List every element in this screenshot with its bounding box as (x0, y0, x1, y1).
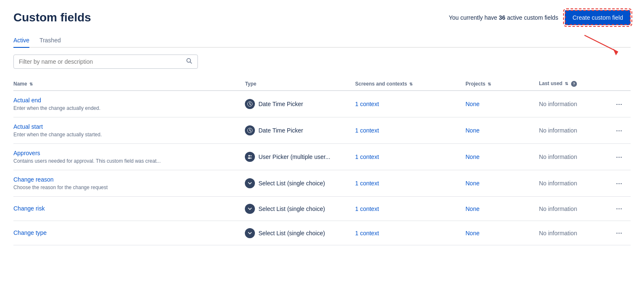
type-label: Select List (single choice) (258, 205, 325, 212)
create-custom-field-button[interactable]: Create custom field (565, 10, 631, 25)
last-used-value: No information (539, 230, 577, 237)
search-container (13, 55, 631, 69)
field-name-link[interactable]: Change risk (13, 205, 240, 212)
screens-link[interactable]: 1 context (355, 180, 379, 187)
svg-point-10 (249, 155, 250, 156)
type-cell: User Picker (multiple user... (245, 152, 350, 162)
type-label: Select List (single choice) (258, 230, 325, 237)
type-label: Date Time Picker (258, 101, 303, 107)
more-actions-button[interactable]: ··· (613, 177, 626, 190)
svg-point-11 (248, 157, 251, 159)
type-icon (245, 228, 255, 238)
col-header-screens: Screens and contexts ⇅ (355, 77, 465, 91)
screens-link[interactable]: 1 context (355, 101, 379, 107)
screens-link[interactable]: 1 context (355, 127, 379, 134)
tab-trashed[interactable]: Trashed (39, 34, 61, 48)
field-name-link[interactable]: Change type (13, 229, 240, 236)
projects-value[interactable]: None (465, 180, 479, 187)
field-name-link[interactable]: Approvers (13, 150, 240, 156)
sort-icon-projects[interactable]: ⇅ (488, 82, 491, 86)
last-used-value: No information (539, 180, 577, 187)
tab-active[interactable]: Active (13, 34, 29, 48)
projects-value[interactable]: None (465, 205, 479, 212)
svg-line-9 (250, 130, 251, 131)
search-input-wrapper[interactable] (13, 55, 198, 69)
sort-icon-name[interactable]: ⇅ (29, 82, 33, 86)
col-header-name: Name ⇅ (13, 77, 245, 91)
svg-line-3 (190, 62, 192, 64)
more-actions-button[interactable]: ··· (613, 227, 626, 239)
search-input[interactable] (19, 58, 186, 65)
table-row: Actual start Enter when the change actua… (13, 117, 631, 144)
lastused-help-icon[interactable]: ? (571, 81, 577, 87)
type-icon (245, 204, 255, 214)
more-actions-button[interactable]: ··· (613, 203, 626, 215)
field-description: Enter when the change actually ended. (13, 105, 100, 111)
field-name-link[interactable]: Actual start (13, 123, 240, 130)
col-header-actions (613, 77, 631, 91)
svg-point-12 (250, 155, 252, 156)
projects-value[interactable]: None (465, 153, 479, 160)
projects-value[interactable]: None (465, 230, 479, 237)
search-icon (186, 57, 192, 66)
last-used-value: No information (539, 205, 577, 212)
type-cell: Select List (single choice) (245, 178, 350, 188)
type-label: Date Time Picker (258, 127, 303, 134)
col-header-type: Type (245, 77, 355, 91)
last-used-value: No information (539, 153, 577, 160)
type-cell: Select List (single choice) (245, 204, 350, 214)
type-icon (245, 125, 255, 135)
projects-value[interactable]: None (465, 127, 479, 134)
screens-link[interactable]: 1 context (355, 230, 379, 237)
col-header-lastused: Last used ⇅ ? (539, 77, 613, 91)
screens-link[interactable]: 1 context (355, 205, 379, 212)
col-header-projects: Projects ⇅ (465, 77, 539, 91)
field-description: Contains users needed for approval. This… (13, 158, 161, 164)
tab-bar: Active Trashed (13, 34, 631, 48)
sort-icon-screens[interactable]: ⇅ (409, 82, 413, 86)
field-name-link[interactable]: Change reason (13, 176, 240, 183)
type-icon (245, 178, 255, 188)
svg-point-13 (250, 158, 252, 159)
field-name-link[interactable]: Actual end (13, 97, 240, 104)
field-description: Choose the reason for the change request (13, 185, 108, 190)
type-icon (245, 99, 255, 109)
type-label: Select List (single choice) (258, 180, 325, 187)
sort-icon-lastused[interactable]: ⇅ (565, 81, 568, 86)
type-cell: Date Time Picker (245, 99, 350, 109)
screens-link[interactable]: 1 context (355, 153, 379, 160)
last-used-value: No information (539, 101, 577, 107)
more-actions-button[interactable]: ··· (613, 151, 626, 163)
svg-line-6 (250, 104, 251, 105)
type-cell: Date Time Picker (245, 125, 350, 135)
more-actions-button[interactable]: ··· (613, 125, 626, 137)
page-title: Custom fields (13, 11, 91, 24)
field-description: Enter when the change actually started. (13, 132, 102, 138)
type-label: User Picker (multiple user... (258, 153, 330, 160)
last-used-value: No information (539, 127, 577, 134)
table-row: Actual end Enter when the change actuall… (13, 91, 631, 117)
active-count-text: You currently have 36 active custom fiel… (449, 14, 558, 21)
type-cell: Select List (single choice) (245, 228, 350, 238)
more-actions-button[interactable]: ··· (613, 98, 626, 110)
type-icon (245, 152, 255, 162)
table-row: Change reason Choose the reason for the … (13, 170, 631, 197)
table-row: Change risk Select List (single choice) … (13, 197, 631, 221)
custom-fields-table: Name ⇅ Type Screens and contexts ⇅ Proje… (13, 77, 631, 245)
projects-value[interactable]: None (465, 101, 479, 107)
table-row: Change type Select List (single choice) … (13, 221, 631, 245)
table-row: Approvers Contains users needed for appr… (13, 144, 631, 170)
